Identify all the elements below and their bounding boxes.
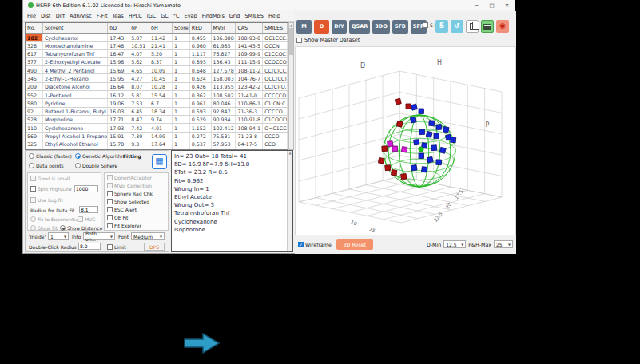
- table-row[interactable]: 5521-Pentanol16.125.8115.5410.362108.502…: [26, 91, 288, 99]
- solvent-point-inside[interactable]: [429, 121, 435, 126]
- column-header-red[interactable]: RED: [190, 23, 212, 33]
- solvent-point-outside[interactable]: [382, 146, 388, 152]
- ph-max-select[interactable]: 25▼: [494, 240, 513, 248]
- solvent-point-outside[interactable]: [392, 170, 397, 176]
- font-select[interactable]: Medium▼: [131, 232, 165, 240]
- solvent-point-outside[interactable]: [406, 104, 411, 109]
- solvent-point-inside[interactable]: [443, 127, 449, 133]
- checkbox-icon[interactable]: [107, 215, 113, 220]
- sphere-button[interactable]: S: [435, 20, 448, 33]
- toolbar-diy-button[interactable]: DIY: [332, 20, 347, 34]
- solvent-point-outside[interactable]: [385, 165, 391, 171]
- 3d-reset-button[interactable]: 3D Reset: [336, 239, 373, 250]
- double-click-radius-input[interactable]: [78, 243, 101, 250]
- checkbox-icon[interactable]: [107, 207, 113, 212]
- show-fit-radio[interactable]: Show Fit: [30, 225, 58, 231]
- menu-item-help[interactable]: Help: [268, 13, 281, 19]
- radio-icon[interactable]: [30, 225, 36, 231]
- solvent-point-inside[interactable]: [422, 167, 427, 172]
- menu-item-grid[interactable]: Grid: [229, 13, 241, 19]
- undo-icon[interactable]: ↺: [451, 20, 463, 33]
- toolbar-qsar-button[interactable]: QSAR: [349, 20, 370, 34]
- record-icon[interactable]: ◉: [496, 20, 509, 33]
- info-select[interactable]: Both on...▼: [83, 232, 115, 240]
- radius-for-data-fit-input[interactable]: [79, 206, 98, 213]
- radio-icon[interactable]: [29, 163, 34, 168]
- table-row[interactable]: 92Butanol 1-Butanol, Butyl A...16.036.45…: [26, 108, 288, 116]
- checkbox-icon[interactable]: [30, 197, 36, 203]
- genetic-algorithm-radio[interactable]: Genetic Algorithm: [75, 153, 125, 159]
- limit-checkbox[interactable]: Limit: [107, 244, 126, 250]
- table-row[interactable]: 3452-Ethyl-1-Hexanol15.954.2710.4510.624…: [26, 74, 288, 82]
- sphere-center-point[interactable]: [419, 147, 423, 152]
- inside-select[interactable]: 1▼: [48, 232, 69, 240]
- menu-item-f-fit[interactable]: F-Fit: [96, 13, 109, 19]
- close-button[interactable]: ✕: [499, 2, 515, 9]
- solvent-point-inside[interactable]: [427, 156, 433, 163]
- solvent-point-inside[interactable]: [436, 160, 442, 165]
- checkbox-icon[interactable]: [423, 22, 428, 28]
- wireframe-checkbox[interactable]: ✓ Wireframe: [298, 242, 332, 247]
- table-row[interactable]: 569Propyl Alcohol 1-Propanol15.917.3914.…: [26, 133, 288, 140]
- mvc-checkbox[interactable]: ✓ MVC: [78, 216, 95, 222]
- solvent-point-inside[interactable]: [411, 164, 417, 170]
- calculate-fit-button[interactable]: ▦: [152, 154, 167, 169]
- checkbox-icon[interactable]: [107, 223, 113, 228]
- minimize-button[interactable]: ─: [469, 2, 484, 9]
- solvent-point-inside[interactable]: [426, 131, 432, 137]
- column-header-d[interactable]: δD: [108, 23, 129, 33]
- toolbar-3do-button[interactable]: 3DO: [372, 20, 389, 34]
- table-row[interactable]: 580Pyridine19.067.536.710.96180.046110-8…: [26, 99, 288, 107]
- table-row[interactable]: 110Cyclohexanone17.937.424.0111.152102.4…: [26, 124, 288, 132]
- table-row[interactable]: 4904 Methyl 2 Pentanol15.694.6510.0910.6…: [26, 66, 288, 74]
- solvent-point-inside[interactable]: [419, 153, 424, 159]
- print-icon[interactable]: [481, 20, 494, 33]
- checkbox-icon[interactable]: [107, 175, 113, 180]
- toolbar-o-button[interactable]: O: [314, 20, 329, 34]
- toolbar-m-button[interactable]: M: [296, 20, 312, 34]
- menu-item-teas[interactable]: Teas: [112, 13, 125, 19]
- mvol-correction-checkbox[interactable]: MVol Correction: [107, 183, 152, 188]
- checkbox-icon[interactable]: ✓: [78, 216, 83, 222]
- column-header-smiles[interactable]: SMILES: [263, 23, 288, 33]
- solvent-point-inside[interactable]: [436, 125, 442, 130]
- solvent-point-outside[interactable]: [401, 174, 407, 180]
- table-row[interactable]: 325Ethyl Alcohol Ethanol15.789.317.6410.…: [26, 140, 288, 148]
- solvent-point-inside[interactable]: [451, 137, 456, 143]
- menu-item-hplc[interactable]: HPLC: [128, 13, 143, 19]
- checkbox-icon[interactable]: [296, 38, 302, 43]
- fit-to-exponential-radio[interactable]: Fit to Exponential: [30, 216, 79, 222]
- copy-icon[interactable]: [466, 20, 479, 33]
- checkbox-icon[interactable]: [30, 186, 36, 192]
- menu-item-dist[interactable]: Dist: [40, 13, 52, 19]
- radio-icon[interactable]: [75, 153, 81, 159]
- show-distance-radio[interactable]: Show Distance: [60, 225, 102, 231]
- menu-item-gc[interactable]: GC: [160, 13, 169, 19]
- menu-item-igc[interactable]: IGC: [146, 13, 157, 19]
- use-log-fit-checkbox[interactable]: Use Log fit: [30, 197, 63, 203]
- solvent-point-wrong[interactable]: [401, 147, 407, 152]
- maximize-button[interactable]: □: [484, 2, 499, 9]
- column-header-no[interactable]: No.: [26, 23, 43, 33]
- menu-item-file[interactable]: File: [26, 13, 37, 19]
- menu-item-diff[interactable]: Diff: [55, 13, 66, 19]
- esc-alert-checkbox[interactable]: ESC Alert: [107, 207, 137, 212]
- column-header-score[interactable]: Score: [173, 23, 190, 33]
- dps-button[interactable]: DPS: [144, 243, 165, 251]
- radio-icon[interactable]: [60, 225, 66, 231]
- toolbar-sfb-button[interactable]: SFB: [392, 20, 408, 34]
- radio-icon[interactable]: [30, 216, 36, 222]
- table-row[interactable]: 3772-Ethoxyethyl Acetate15.965.628.3710.…: [26, 58, 288, 66]
- checkbox-icon[interactable]: ✓: [298, 242, 304, 247]
- split-highlow-checkbox[interactable]: Split High/Low =: [30, 186, 78, 192]
- solvent-point-inside[interactable]: [414, 140, 419, 145]
- table-row[interactable]: 617Tetrahydrofuran Thf16.474.075.2011.11…: [26, 50, 288, 58]
- solvent-point-outside[interactable]: [396, 121, 403, 127]
- column-header-cas[interactable]: CAS: [236, 23, 263, 33]
- column-header-mvol[interactable]: MVol: [212, 23, 237, 33]
- checkbox-icon[interactable]: [107, 199, 113, 204]
- checkbox-icon[interactable]: [30, 176, 36, 181]
- show-selected-checkbox[interactable]: Show Selected: [107, 199, 149, 204]
- solvent-point-outside[interactable]: [378, 158, 384, 164]
- split-highlow-input[interactable]: [74, 185, 98, 192]
